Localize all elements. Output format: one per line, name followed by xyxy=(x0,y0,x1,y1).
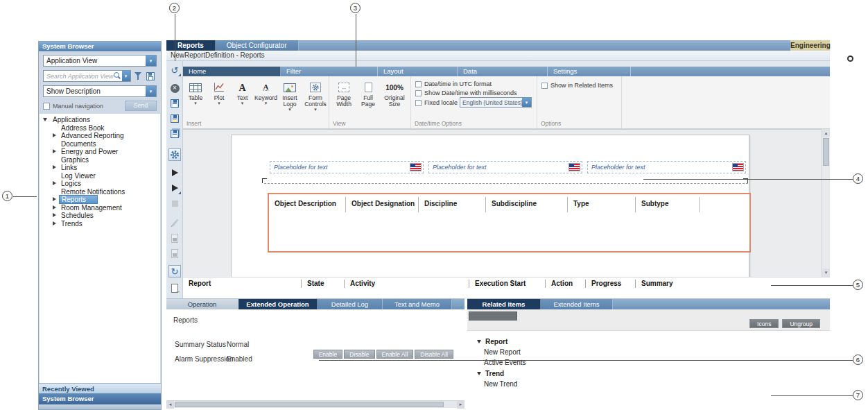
column-header-summary[interactable]: Summary xyxy=(635,280,697,288)
save-as-icon[interactable] xyxy=(168,112,181,125)
tab-reports[interactable]: Reports xyxy=(166,40,216,51)
filter-funnel-icon[interactable] xyxy=(134,71,143,80)
ribbon-tab-settings[interactable]: Settings xyxy=(548,67,631,76)
tree-item-applications[interactable]: Applications xyxy=(40,116,160,124)
chevron-down-icon[interactable]: ▼ xyxy=(208,101,230,105)
system-browser-bar[interactable]: System Browser xyxy=(39,393,161,404)
chevron-down-icon[interactable]: ▼ xyxy=(146,55,156,66)
breadcrumb[interactable]: NewReportDefinition - Reports xyxy=(171,51,265,59)
enable-button[interactable]: Enable xyxy=(313,350,342,359)
tree-item-schedules[interactable]: Schedules xyxy=(40,212,160,220)
tree-item-room-management[interactable]: Room Management xyxy=(40,204,160,212)
tree-item-energy-and-power[interactable]: Energy and Power xyxy=(40,148,160,156)
tree-item-graphics[interactable]: Graphics xyxy=(40,156,160,164)
tree-expander-icon[interactable] xyxy=(51,205,58,211)
scrollbar-thumb[interactable] xyxy=(175,402,444,407)
run-icon[interactable] xyxy=(168,166,181,179)
tree-expander-icon[interactable] xyxy=(51,196,58,203)
column-header-action[interactable]: Action xyxy=(545,280,585,288)
column-header-execution-start[interactable]: Execution Start xyxy=(469,280,545,288)
chevron-down-icon[interactable]: ▼ xyxy=(232,101,253,105)
text-placeholder[interactable]: Placeholder for text xyxy=(587,161,746,173)
chevron-down-icon[interactable]: ▼ xyxy=(146,86,156,96)
recently-viewed-bar[interactable]: Recently Viewed xyxy=(39,383,161,393)
related-item-new-report[interactable]: New Report xyxy=(467,347,830,357)
column-header-state[interactable]: State xyxy=(301,280,344,288)
tree-item-advanced-reporting[interactable]: Advanced Reporting xyxy=(40,132,160,140)
tree-item-logics[interactable]: Logics xyxy=(40,180,160,188)
save-icon[interactable] xyxy=(168,97,181,110)
export-document-icon[interactable] xyxy=(168,282,181,294)
column-header-report[interactable]: Report xyxy=(183,280,301,288)
disable-button[interactable]: Disable xyxy=(344,350,374,359)
chevron-down-icon[interactable]: ▼ xyxy=(184,101,207,105)
operation-scrollbar[interactable]: ◄ ► xyxy=(166,400,465,408)
related-group-trend[interactable]: Trend xyxy=(467,368,830,379)
chevron-down-icon[interactable]: ▼ xyxy=(122,71,130,81)
undo-icon[interactable]: ↺ xyxy=(168,64,181,76)
related-item-new-trend[interactable]: New Trend xyxy=(467,379,830,389)
ungroup-button[interactable]: Ungroup xyxy=(782,319,820,328)
ribbon-keyword-button[interactable]: AKeyword▼ xyxy=(254,80,277,105)
tree-item-reports[interactable]: Reports xyxy=(40,196,160,204)
related-items-filter-box[interactable] xyxy=(469,311,517,321)
ribbon-tab-layout[interactable]: Layout xyxy=(378,67,458,76)
text-placeholder[interactable]: Placeholder for text xyxy=(428,161,582,173)
ribbon-full-page-button[interactable]: Full Page xyxy=(357,80,379,108)
scroll-left-icon[interactable]: ◄ xyxy=(166,401,174,409)
chevron-down-icon[interactable]: ▼ xyxy=(254,101,277,105)
ribbon-text-button[interactable]: AText▼ xyxy=(232,80,253,105)
settings-gear-icon[interactable] xyxy=(168,148,181,161)
related-item-active-events[interactable]: Active Events xyxy=(467,357,830,368)
canvas-scrollbar[interactable]: ▲ ▼ xyxy=(822,129,830,277)
enable-all-button[interactable]: Enable All xyxy=(376,350,414,359)
tree-item-links[interactable]: Links xyxy=(40,164,160,172)
scrollbar-thumb[interactable] xyxy=(823,138,829,166)
tab-related-items[interactable]: Related Items xyxy=(467,299,541,309)
search-input[interactable]: Search Application View ▼ xyxy=(43,70,131,82)
tree-item-log-viewer[interactable]: Log Viewer xyxy=(40,172,160,180)
ribbon-plot-button[interactable]: Plot▼ xyxy=(208,80,230,105)
tree-expander-icon[interactable] xyxy=(51,164,58,171)
send-button[interactable]: Send xyxy=(125,101,157,111)
related-group-report[interactable]: Report xyxy=(467,336,830,347)
focus-target-icon[interactable] xyxy=(847,55,853,62)
tree-expander-icon[interactable] xyxy=(51,212,58,219)
show-in-related-checkbox[interactable] xyxy=(541,83,548,89)
tree-expander-icon[interactable] xyxy=(51,133,58,139)
ribbon-tab-home[interactable]: Home xyxy=(183,67,281,76)
tree-item-trends[interactable]: Trends xyxy=(40,220,160,228)
collapse-triangle-icon[interactable] xyxy=(477,340,481,343)
tree-expander-icon[interactable] xyxy=(51,180,58,187)
tree-expander-icon[interactable] xyxy=(51,221,58,227)
ribbon-page-width-button[interactable]: ↔Page Width xyxy=(332,80,356,108)
tree-item-address-book[interactable]: Address Book xyxy=(40,124,160,133)
view-selector[interactable]: Application View ▼ xyxy=(43,55,157,67)
text-placeholder[interactable]: Placeholder for text xyxy=(270,161,424,173)
save-all-icon[interactable] xyxy=(168,128,181,140)
tree-item-remote-notifications[interactable]: Remote Notifications xyxy=(40,188,160,196)
locale-select[interactable]: English (United States) ▼ xyxy=(460,97,532,108)
ribbon-tab-data[interactable]: Data xyxy=(458,67,548,76)
tree-expander-icon[interactable] xyxy=(43,117,49,123)
tab-extended-operation[interactable]: Extended Operation xyxy=(238,299,318,309)
refresh-icon[interactable]: ↻ xyxy=(168,265,181,277)
ribbon-original-size-button[interactable]: 100%Original Size xyxy=(381,80,408,108)
selection-handle[interactable] xyxy=(262,178,267,183)
ribbon-tab-filter[interactable]: Filter xyxy=(281,67,378,76)
cancel-icon[interactable]: × xyxy=(168,82,181,94)
tab-extended-items[interactable]: Extended Items xyxy=(541,299,613,309)
fixed-locale-checkbox[interactable] xyxy=(415,100,422,106)
run-options-icon[interactable] xyxy=(168,182,181,194)
tab-operation[interactable]: Operation xyxy=(166,299,238,309)
tab-detailed-log[interactable]: Detailed Log xyxy=(318,299,383,309)
ribbon-insert-logo-button[interactable]: Insert Logo▼ xyxy=(278,80,302,112)
scroll-up-icon[interactable]: ▲ xyxy=(822,129,830,137)
save-view-icon[interactable] xyxy=(146,72,155,80)
scroll-right-icon[interactable]: ► xyxy=(457,401,465,409)
column-header-activity[interactable]: Activity xyxy=(344,280,469,288)
manual-navigation-checkbox[interactable] xyxy=(43,103,50,110)
icons-button[interactable]: Icons xyxy=(749,319,779,328)
chevron-down-icon[interactable]: ▼ xyxy=(278,108,302,112)
utc-format-checkbox[interactable] xyxy=(415,81,422,87)
